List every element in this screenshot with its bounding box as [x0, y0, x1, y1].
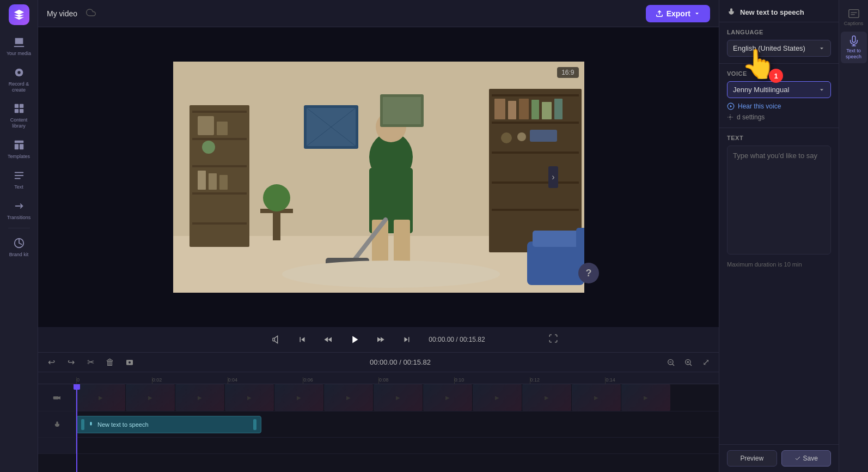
preview-button[interactable]: Preview: [727, 450, 777, 467]
tts-icon: [848, 35, 860, 47]
voice-dropdown[interactable]: Jenny Multilingual: [727, 81, 831, 98]
tts-timeline-clip[interactable]: New text to speech: [76, 416, 261, 433]
thumb-6[interactable]: ▶: [324, 384, 373, 411]
svg-rect-17: [192, 222, 247, 225]
svg-rect-32: [519, 99, 529, 119]
thumb-7[interactable]: ▶: [374, 384, 423, 411]
svg-rect-43: [394, 220, 410, 263]
ruler-mark-3: 0:06: [303, 377, 378, 384]
svg-rect-34: [542, 102, 552, 119]
panel-collapse-button[interactable]: ›: [548, 166, 558, 188]
content-area: My video Export: [38, 0, 868, 472]
thumb-12[interactable]: ▶: [621, 384, 670, 411]
hear-this-voice-link[interactable]: Hear this voice: [727, 102, 831, 110]
svg-line-61: [672, 364, 674, 366]
empty-track-row: [38, 438, 719, 454]
thumb-11[interactable]: ▶: [572, 384, 621, 411]
tts-right-handle[interactable]: [253, 419, 256, 430]
svg-rect-19: [217, 122, 228, 135]
sidebar-item-transitions[interactable]: Transitions: [3, 196, 35, 224]
svg-point-59: [129, 361, 131, 364]
svg-rect-2: [14, 104, 18, 108]
text-section-label: Text: [727, 135, 831, 141]
svg-line-64: [689, 364, 692, 366]
sidebar-item-text[interactable]: Text: [3, 165, 35, 193]
ruler-mark-1: 0:02: [152, 377, 228, 384]
ruler-mark-6: 0:12: [530, 377, 606, 384]
tts-track-label: [38, 412, 76, 437]
snapshot-button[interactable]: [122, 355, 137, 370]
zoom-in-button[interactable]: [681, 355, 696, 370]
thumb-9[interactable]: ▶: [473, 384, 522, 411]
timeline-playhead[interactable]: [76, 384, 77, 472]
video-track-content: ▶ ▶ ▶ ▶ ▶ ▶ ▶ ▶ ▶ ▶ ▶ ▶: [76, 384, 719, 411]
sidebar-item-templates[interactable]: Templates: [3, 135, 35, 163]
thumb-1[interactable]: ▶: [76, 384, 125, 411]
project-title[interactable]: My video: [47, 9, 77, 18]
empty-track-content: [76, 438, 719, 453]
ruler-mark-7: 0:14: [605, 377, 681, 384]
tts-text-input[interactable]: [727, 146, 831, 255]
sidebar-item-record-create[interactable]: Record & create: [3, 62, 35, 96]
center-content: My video Export: [38, 0, 719, 472]
tts-track-icon: [88, 421, 94, 428]
text-to-speech-panel-item[interactable]: Text to speech: [841, 32, 867, 63]
cut-button[interactable]: ✂: [83, 355, 98, 370]
ruler-mark-2: 0:04: [228, 377, 303, 384]
video-frame: 16:9: [173, 62, 584, 293]
svg-rect-31: [508, 101, 516, 119]
sidebar-item-your-media[interactable]: Your media: [3, 32, 35, 60]
help-button[interactable]: ?: [578, 263, 599, 283]
svg-rect-18: [198, 116, 214, 135]
sidebar-divider: [8, 228, 30, 228]
skip-forward-button[interactable]: [398, 331, 415, 348]
svg-rect-48: [273, 213, 280, 240]
fast-forward-button[interactable]: [372, 331, 389, 348]
timeline-section: ↩ ↪ ✂ 🗑 00:00.00 / 00:15.82 ⤢: [38, 352, 719, 472]
video-controls: 00:00.00 / 00:15.82: [38, 327, 719, 352]
svg-rect-56: [383, 97, 421, 124]
svg-rect-30: [494, 99, 505, 119]
sidebar: Your media Record & create Content libra…: [0, 0, 38, 472]
export-button[interactable]: Export: [646, 5, 710, 22]
tts-panel-header: New text to speech: [719, 0, 839, 22]
svg-rect-35: [554, 99, 563, 119]
svg-point-46: [282, 261, 500, 288]
rewind-button[interactable]: [320, 331, 337, 348]
zoom-controls: ⤢: [663, 355, 713, 370]
thumb-2[interactable]: ▶: [126, 384, 175, 411]
svg-rect-69: [848, 10, 858, 18]
skip-back-button[interactable]: [294, 331, 311, 348]
redo-button[interactable]: ↪: [63, 355, 78, 370]
transitions-icon: [12, 199, 26, 213]
tts-left-handle[interactable]: [81, 419, 84, 430]
advanced-settings-link[interactable]: d settings: [727, 113, 831, 121]
thumb-10[interactable]: ▶: [522, 384, 571, 411]
ruler-mark-4: 0:08: [378, 377, 454, 384]
tts-panel: New text to speech Language English (Uni…: [719, 0, 839, 472]
save-button[interactable]: Save: [781, 450, 832, 467]
language-dropdown[interactable]: English (United States): [727, 40, 831, 57]
mute-button[interactable]: [267, 331, 285, 348]
expand-timeline-button[interactable]: ⤢: [698, 355, 713, 370]
zoom-out-button[interactable]: [663, 355, 678, 370]
sidebar-item-content-library[interactable]: Content library: [3, 98, 35, 132]
fullscreen-button[interactable]: [548, 334, 558, 346]
ruler-marks: 0 0:02 0:04 0:06 0:08 0:10 0:12 0:14: [76, 377, 681, 384]
undo-button[interactable]: ↩: [44, 355, 59, 370]
svg-rect-8: [19, 144, 23, 149]
thumb-8[interactable]: ▶: [423, 384, 472, 411]
sidebar-item-brand-kit[interactable]: Brand kit: [3, 233, 35, 261]
thumb-3[interactable]: ▶: [175, 384, 224, 411]
svg-point-68: [730, 117, 731, 118]
captions-panel-item[interactable]: Captions: [841, 4, 867, 29]
time-display: 00:00.00 / 00:15.82: [429, 336, 485, 343]
thumb-4[interactable]: ▶: [225, 384, 274, 411]
play-button[interactable]: [346, 331, 363, 348]
svg-rect-38: [530, 130, 557, 142]
thumb-5[interactable]: ▶: [274, 384, 323, 411]
delete-button[interactable]: 🗑: [102, 355, 118, 370]
svg-rect-25: [492, 94, 579, 96]
app-logo[interactable]: [9, 4, 29, 25]
cloud-save-icon: [86, 8, 96, 20]
